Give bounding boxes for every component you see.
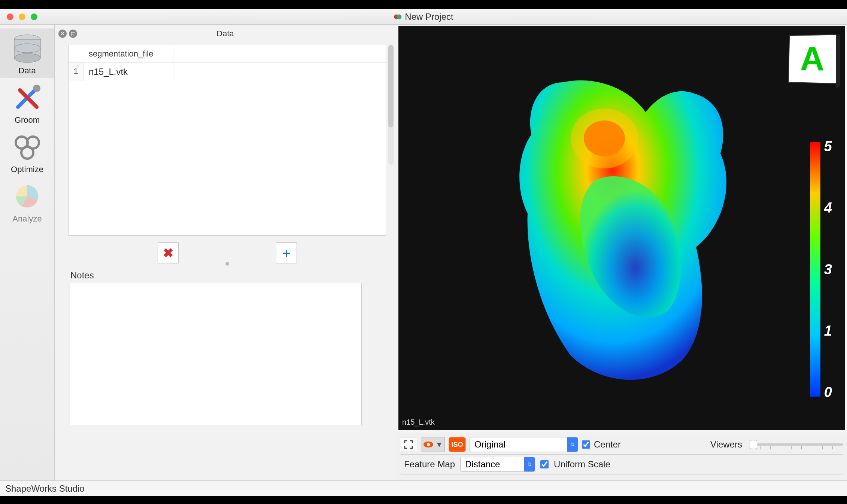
database-icon xyxy=(0,31,54,65)
mesh-mode-dropdown[interactable]: Original ⇅ xyxy=(470,437,578,452)
svg-point-16 xyxy=(427,443,430,446)
status-bar: ShapeWorks Studio xyxy=(0,480,847,496)
center-checkbox[interactable] xyxy=(582,440,590,449)
eye-icon xyxy=(423,440,434,449)
feature-map-dropdown[interactable]: Distance ⇅ xyxy=(460,457,535,472)
svg-point-11 xyxy=(21,147,33,159)
notes-label: Notes xyxy=(70,270,386,281)
add-file-button[interactable]: ＋ xyxy=(276,242,297,263)
maximize-icon[interactable] xyxy=(31,13,37,20)
sidebar-item-label: Optimize xyxy=(0,165,54,174)
table-row[interactable]: 1 n15_L.vtk xyxy=(69,63,386,81)
orientation-cube[interactable]: A xyxy=(788,34,837,84)
chevron-updown-icon: ⇅ xyxy=(567,437,578,452)
notes-input[interactable] xyxy=(70,283,362,425)
page-dot-icon xyxy=(225,262,229,266)
sidebar-item-label: Analyze xyxy=(0,214,54,224)
scrollbar[interactable] xyxy=(388,45,394,165)
svg-point-1 xyxy=(397,14,402,19)
svg-point-4 xyxy=(14,54,40,62)
colorbar-tick: 4 xyxy=(824,200,832,216)
table-header-segfile: segmentation_file xyxy=(84,45,173,62)
panel-close-icon[interactable]: ✕ xyxy=(58,30,67,38)
viewers-label: Viewers xyxy=(710,439,742,450)
render-viewport[interactable]: A 5 4 3 1 0 n15_L.vtk xyxy=(398,26,845,430)
piechart-icon xyxy=(0,180,54,213)
uniform-scale-checkbox[interactable] xyxy=(540,460,549,468)
render-filename-label: n15_L.vtk xyxy=(402,418,435,427)
minimize-icon[interactable] xyxy=(19,13,25,20)
status-text: ShapeWorks Studio xyxy=(5,483,85,494)
window-bottom-black-bar xyxy=(0,496,847,504)
sidebar-item-data[interactable]: Data xyxy=(0,28,54,78)
sidebar: Data Groom Optimize xyxy=(0,25,55,480)
feature-map-label: Feature Map xyxy=(404,459,455,470)
uniform-scale-label: Uniform Scale xyxy=(554,459,610,470)
window-title: New Project xyxy=(405,12,453,22)
colorbar-tick: 1 xyxy=(824,323,832,339)
svg-point-14 xyxy=(571,109,638,168)
visibility-button[interactable]: ▼ xyxy=(421,437,445,452)
row-filename: n15_L.vtk xyxy=(84,63,173,81)
segmentation-file-table[interactable]: segmentation_file 1 n15_L.vtk xyxy=(68,45,386,236)
iso-button[interactable]: ISO xyxy=(449,437,466,452)
sidebar-item-label: Data xyxy=(0,66,54,76)
panel-title: Data xyxy=(216,29,234,39)
close-icon[interactable] xyxy=(7,13,13,20)
sidebar-item-label: Groom xyxy=(0,115,54,125)
colorbar-tick: 5 xyxy=(824,138,832,155)
sidebar-item-optimize[interactable]: Optimize xyxy=(0,127,54,177)
viewers-slider[interactable] xyxy=(750,443,843,446)
sidebar-item-analyze[interactable]: Analyze xyxy=(0,177,54,226)
panel-popout-icon[interactable]: ◱ xyxy=(69,30,77,38)
colorbar-tick: 3 xyxy=(824,262,832,278)
window-top-black-bar xyxy=(0,0,847,9)
center-label: Center xyxy=(594,439,621,450)
app-icon xyxy=(394,13,402,21)
viewer-controls: ▼ ISO Original ⇅ Center Viewers Feature … xyxy=(396,433,847,480)
gears-icon xyxy=(0,130,54,164)
chevron-down-icon: ▼ xyxy=(435,440,443,449)
traffic-lights xyxy=(7,13,37,20)
colorbar: 5 4 3 1 0 xyxy=(810,142,832,400)
chevron-updown-icon: ⇅ xyxy=(524,457,535,471)
svg-point-8 xyxy=(33,85,40,92)
remove-file-button[interactable]: ✖ xyxy=(158,242,179,263)
rendered-mesh xyxy=(466,49,765,393)
row-index: 1 xyxy=(69,63,84,81)
viewer-area: A 5 4 3 1 0 n15_L.vtk ▼ xyxy=(396,25,847,480)
fit-view-button[interactable] xyxy=(400,437,417,452)
main-area: Data Groom Optimize xyxy=(0,25,847,480)
sidebar-item-groom[interactable]: Groom xyxy=(0,78,54,127)
tools-icon xyxy=(0,81,54,114)
window-titlebar: New Project xyxy=(0,9,847,25)
data-panel: ✕ ◱ Data segmentation_file 1 n15_L.vtk ✖ xyxy=(55,25,396,480)
colorbar-tick: 0 xyxy=(824,384,832,400)
